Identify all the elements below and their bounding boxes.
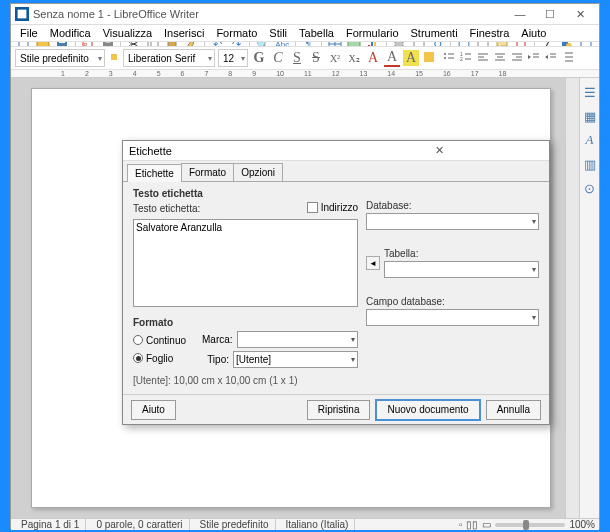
formato-group-label: Formato bbox=[133, 317, 358, 328]
app-icon bbox=[15, 7, 29, 21]
tab-formato[interactable]: Formato bbox=[181, 163, 234, 181]
ripristina-button[interactable]: Ripristina bbox=[307, 400, 371, 420]
paragraph-style-combo[interactable]: Stile predefinito bbox=[15, 49, 105, 67]
view-book-icon[interactable]: ▭ bbox=[482, 519, 491, 530]
tab-opzioni[interactable]: Opzioni bbox=[233, 163, 283, 181]
menu-tabella[interactable]: Tabella bbox=[294, 25, 339, 41]
minimize-button[interactable]: — bbox=[505, 4, 535, 24]
svg-rect-28 bbox=[424, 52, 434, 62]
indent-inc-button[interactable] bbox=[527, 50, 541, 66]
strike-button[interactable]: S bbox=[308, 50, 324, 66]
tipo-label: Tipo: bbox=[202, 354, 229, 365]
bold-button[interactable]: G bbox=[251, 50, 267, 66]
foglio-label: Foglio bbox=[146, 353, 173, 364]
dialog-titlebar: Etichette ✕ bbox=[123, 141, 549, 161]
menu-aiuto[interactable]: Aiuto bbox=[516, 25, 551, 41]
zoom-slider[interactable] bbox=[495, 523, 565, 527]
dialog-tabs: Etichette Formato Opzioni bbox=[123, 161, 549, 181]
svg-rect-4 bbox=[59, 42, 65, 43]
sidebar-gallery-icon[interactable]: ▥ bbox=[582, 156, 598, 172]
superscript-button[interactable]: X² bbox=[327, 53, 343, 64]
char-bg-button[interactable] bbox=[422, 50, 436, 66]
testo-label: Testo etichetta: bbox=[133, 203, 200, 214]
dialog-close-button[interactable]: ✕ bbox=[336, 144, 543, 157]
window-title: Senza nome 1 - LibreOffice Writer bbox=[33, 8, 505, 20]
view-multi-icon[interactable]: ▯▯ bbox=[466, 519, 478, 530]
annulla-button[interactable]: Annulla bbox=[486, 400, 541, 420]
ruler[interactable]: 123456789101112131415161718 bbox=[11, 70, 599, 78]
menu-visualizza[interactable]: Visualizza bbox=[98, 25, 157, 41]
database-dropdown[interactable] bbox=[366, 213, 539, 230]
font-size-combo[interactable]: 12 bbox=[218, 49, 248, 67]
indirizzo-checkbox[interactable] bbox=[307, 202, 318, 213]
dialog-title: Etichette bbox=[129, 145, 336, 157]
highlight-button[interactable]: A bbox=[403, 50, 419, 66]
menu-modifica[interactable]: Modifica bbox=[45, 25, 96, 41]
italic-button[interactable]: C bbox=[270, 50, 286, 66]
menubar: File Modifica Visualizza Inserisci Forma… bbox=[11, 25, 599, 42]
toolbar-format: Stile predefinito Liberation Serif 12 G … bbox=[11, 47, 599, 70]
align-center-button[interactable] bbox=[493, 50, 507, 66]
menu-formato[interactable]: Formato bbox=[211, 25, 262, 41]
svg-rect-1 bbox=[18, 10, 27, 19]
vertical-scrollbar[interactable] bbox=[565, 78, 579, 518]
menu-strumenti[interactable]: Strumenti bbox=[406, 25, 463, 41]
aiuto-button[interactable]: Aiuto bbox=[131, 400, 176, 420]
sidebar-navigator-icon[interactable]: ⊙ bbox=[582, 180, 598, 196]
tabella-dropdown[interactable] bbox=[384, 261, 539, 278]
line-spacing-button[interactable] bbox=[561, 50, 575, 66]
campo-label: Campo database: bbox=[366, 296, 539, 307]
labels-dialog: Etichette ✕ Etichette Formato Opzioni Te… bbox=[122, 140, 550, 425]
sidebar: ☰ ▦ A ▥ ⊙ bbox=[579, 78, 599, 518]
bullets-button[interactable] bbox=[442, 50, 456, 66]
sidebar-page-icon[interactable]: ▦ bbox=[582, 108, 598, 124]
dimensions-text: [Utente]: 10,00 cm x 10,00 cm (1 x 1) bbox=[133, 375, 358, 386]
svg-rect-19 bbox=[395, 42, 403, 43]
sidebar-styles-icon[interactable]: A bbox=[582, 132, 598, 148]
status-page[interactable]: Pagina 1 di 1 bbox=[15, 519, 86, 530]
svg-point-29 bbox=[444, 53, 446, 55]
update-style-icon[interactable] bbox=[108, 51, 120, 65]
dialog-body: Testo etichetta Testo etichetta: Indiriz… bbox=[123, 181, 549, 394]
close-button[interactable]: ✕ bbox=[565, 4, 595, 24]
status-lang[interactable]: Italiano (Italia) bbox=[280, 519, 356, 530]
subscript-button[interactable]: X₂ bbox=[346, 53, 362, 64]
marca-dropdown[interactable] bbox=[237, 331, 358, 348]
svg-text:2: 2 bbox=[460, 56, 463, 62]
testo-etichetta-input[interactable] bbox=[133, 219, 358, 307]
campo-dropdown[interactable] bbox=[366, 309, 539, 326]
svg-point-31 bbox=[444, 57, 446, 59]
menu-inserisci[interactable]: Inserisci bbox=[159, 25, 209, 41]
continuo-label: Continuo bbox=[146, 335, 186, 346]
underline-button[interactable]: S bbox=[289, 50, 305, 66]
foglio-radio[interactable] bbox=[133, 353, 143, 363]
clear-fmt-button[interactable]: A bbox=[365, 50, 381, 66]
menu-file[interactable]: File bbox=[15, 25, 43, 41]
status-words[interactable]: 0 parole, 0 caratteri bbox=[90, 519, 189, 530]
tipo-dropdown[interactable]: [Utente] bbox=[233, 351, 358, 368]
menu-stili[interactable]: Stili bbox=[264, 25, 292, 41]
zoom-value: 100% bbox=[569, 519, 595, 530]
statusbar: Pagina 1 di 1 0 parole, 0 caratteri Stil… bbox=[11, 518, 599, 530]
status-style[interactable]: Stile predefinito bbox=[194, 519, 276, 530]
menu-formulario[interactable]: Formulario bbox=[341, 25, 404, 41]
maximize-button[interactable]: ☐ bbox=[535, 4, 565, 24]
continuo-radio[interactable] bbox=[133, 335, 143, 345]
titlebar: Senza nome 1 - LibreOffice Writer — ☐ ✕ bbox=[11, 4, 599, 25]
align-right-button[interactable] bbox=[510, 50, 524, 66]
align-left-button[interactable] bbox=[476, 50, 490, 66]
nuovo-documento-button[interactable]: Nuovo documento bbox=[376, 400, 479, 420]
testo-group-label: Testo etichetta bbox=[133, 188, 358, 199]
font-color-button[interactable]: A bbox=[384, 49, 400, 67]
tab-etichette[interactable]: Etichette bbox=[127, 164, 182, 182]
database-label: Database: bbox=[366, 200, 539, 211]
menu-finestra[interactable]: Finestra bbox=[465, 25, 515, 41]
indent-dec-button[interactable] bbox=[544, 50, 558, 66]
dialog-footer: Aiuto Ripristina Nuovo documento Annulla bbox=[123, 394, 549, 424]
view-single-icon[interactable]: ▫ bbox=[459, 519, 463, 530]
sidebar-properties-icon[interactable]: ☰ bbox=[582, 84, 598, 100]
insert-field-button[interactable]: ◄ bbox=[366, 256, 380, 270]
font-name-combo[interactable]: Liberation Serif bbox=[123, 49, 215, 67]
numbering-button[interactable]: 12 bbox=[459, 50, 473, 66]
marca-label: Marca: bbox=[202, 334, 233, 345]
